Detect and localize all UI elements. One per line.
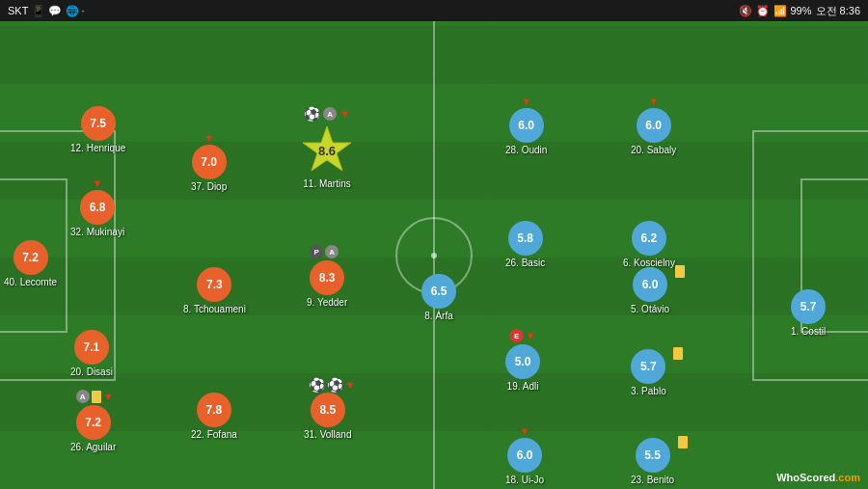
carrier: SKT	[8, 5, 28, 16]
mukinayi-name: 32. Mukinayi	[70, 227, 124, 237]
football-pitch: 7.2 40. Lecomte 7.5 12. Henrique ▼ 6.8 3…	[0, 21, 868, 489]
otavio-yellow	[675, 265, 685, 278]
yedder-a-badge: A	[325, 245, 339, 258]
diop-arrow: ▼	[203, 132, 214, 144]
status-left: SKT 📱 💬 🌐 ·	[8, 5, 85, 17]
aguilar-score: 7.2	[85, 416, 101, 429]
whoscored-logo: WhoScored.com	[776, 472, 860, 483]
diop-score: 7.0	[201, 155, 217, 169]
player-henrique: 7.5 12. Henrique	[70, 106, 125, 153]
lecomte-name: 40. Lecomte	[4, 277, 57, 287]
oudin-score: 6.0	[518, 119, 534, 132]
player-otavio: 6.0 5. Otávio	[631, 267, 669, 314]
martins-score: 8.6	[318, 144, 336, 158]
uijo-arrow: ▼	[520, 425, 530, 437]
player-yedder: P A 8.3 9. Yedder	[307, 260, 347, 308]
player-benito: 5.5 23. Benito	[631, 438, 674, 485]
sabaly-arrow: ▼	[648, 95, 659, 107]
player-adli: E ▼ 5.0 19. Adli	[505, 344, 540, 392]
player-pablo: 5.7 3. Pablo	[631, 349, 666, 396]
benito-name: 23. Benito	[631, 475, 674, 485]
volland-ball2: ⚽	[327, 377, 343, 393]
oudin-arrow: ▼	[521, 95, 531, 107]
fofana-name: 22. Fofana	[191, 429, 237, 440]
yedder-score: 8.3	[319, 271, 336, 285]
player-sabaly: ▼ 6.0 20. Sabaly	[631, 108, 676, 155]
player-costil: 5.7 1. Costil	[791, 289, 826, 337]
pablo-name: 3. Pablo	[631, 386, 666, 396]
status-icons: 📱 💬 🌐 ·	[32, 5, 84, 17]
alarm-icon: ⏰	[756, 5, 770, 17]
pablo-yellow	[673, 347, 683, 360]
volland-ball1: ⚽	[309, 377, 325, 393]
tchouameni-name: 8. Tchouameni	[183, 304, 246, 314]
martins-a-badge: A	[323, 107, 337, 121]
benito-yellow	[678, 436, 688, 448]
martins-ball-icon: ⚽	[304, 106, 320, 122]
player-volland: ⚽ ⚽ ▼ 8.5 31. Volland	[304, 393, 352, 440]
player-oudin: ▼ 6.0 28. Oudin	[505, 108, 547, 155]
sabaly-score: 6.0	[645, 119, 662, 132]
henrique-name: 12. Henrique	[70, 143, 125, 153]
adli-arrow: ▼	[526, 330, 536, 341]
henrique-score: 7.5	[90, 117, 106, 130]
disasi-score: 7.1	[84, 340, 100, 354]
aguilar-arrow: ▼	[103, 391, 114, 402]
aguilar-name: 26. Aguilar	[70, 442, 116, 452]
diop-name: 37. Diop	[191, 181, 227, 192]
player-arfa: 6.5 8. Árfa	[421, 274, 456, 321]
costil-name: 1. Costil	[791, 326, 826, 337]
lecomte-score: 7.2	[22, 251, 39, 264]
mukinayi-score: 6.8	[90, 201, 106, 214]
player-disasi: 7.1 20. Disasi	[70, 330, 113, 377]
player-fofana: 7.8 22. Fofana	[191, 393, 237, 440]
player-basic: 5.8 26. Basic	[505, 221, 545, 268]
basic-name: 26. Basic	[505, 258, 545, 268]
volland-score: 8.5	[319, 403, 336, 417]
player-tchouameni: 7.3 8. Tchouameni	[183, 267, 246, 314]
yedder-p-badge: P	[310, 245, 323, 258]
oudin-name: 28. Oudin	[505, 145, 547, 155]
uijo-score: 6.0	[517, 448, 533, 462]
volland-badges: ⚽ ⚽ ▼	[309, 377, 356, 393]
uijo-name: 18. Ui-Jo	[505, 475, 544, 485]
wifi-icon: 📶	[773, 5, 787, 17]
martins-star: 8.6	[301, 124, 353, 177]
aguilar-badges: A ▼	[76, 390, 114, 403]
whoscored-text: WhoScored	[776, 472, 835, 483]
status-right: 🔇 ⏰ 📶 99% 오전 8:36	[739, 4, 861, 18]
aguilar-a-badge: A	[76, 390, 90, 403]
volland-arrow: ▼	[345, 379, 356, 391]
pablo-score: 5.7	[640, 360, 657, 373]
whoscored-domain: .com	[835, 472, 860, 483]
fofana-score: 7.8	[206, 403, 223, 417]
arfa-score: 6.5	[431, 285, 448, 298]
tchouameni-score: 7.3	[206, 278, 223, 291]
adli-badges: E ▼	[510, 329, 536, 342]
costil-score: 5.7	[800, 300, 817, 313]
adli-score: 5.0	[515, 355, 531, 368]
battery: 99%	[791, 5, 812, 16]
martins-arrow: ▼	[339, 108, 350, 120]
center-dot	[431, 253, 437, 258]
player-koscielny: 6.2 6. Koscielny	[623, 221, 675, 268]
mute-icon: 🔇	[739, 5, 752, 17]
adli-name: 19. Adli	[507, 381, 539, 392]
player-aguilar: A ▼ 7.2 26. Aguilar	[70, 405, 116, 452]
mukinayi-arrow: ▼	[93, 177, 103, 189]
koscielny-score: 6.2	[641, 231, 658, 245]
otavio-name: 5. Otávio	[631, 304, 669, 314]
aguilar-yellow-card	[92, 391, 101, 403]
arfa-name: 8. Árfa	[424, 311, 452, 321]
martins-name: 11. Martins	[303, 178, 350, 189]
player-uijo: ▼ 6.0 18. Ui-Jo	[505, 438, 544, 485]
sabaly-name: 20. Sabaly	[631, 145, 676, 155]
benito-score: 5.5	[644, 448, 661, 462]
status-bar: SKT 📱 💬 🌐 · 🔇 ⏰ 📶 99% 오전 8:36	[0, 0, 868, 21]
player-mukinayi: ▼ 6.8 32. Mukinayi	[70, 190, 124, 237]
yedder-name: 9. Yedder	[307, 297, 347, 308]
time: 오전 8:36	[816, 4, 860, 18]
player-diop: ▼ 7.0 37. Diop	[191, 145, 227, 192]
adli-e-badge: E	[510, 329, 524, 342]
player-martins: ⚽ A ▼ 8.6 11. Martins	[301, 106, 353, 189]
